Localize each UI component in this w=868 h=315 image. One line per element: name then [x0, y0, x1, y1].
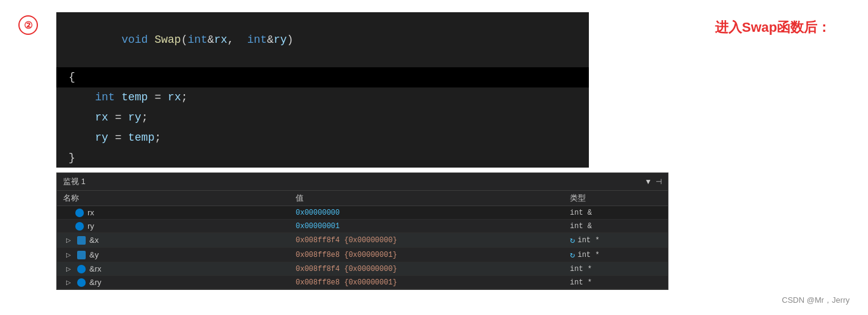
col-value: 值 [296, 193, 570, 204]
var-label: &x [89, 235, 99, 245]
var-value-ry: 0x00000001 [296, 222, 570, 231]
watch-row: ▷ &x 0x008ff8f4 {0x00000000} ↻ int * [57, 233, 668, 248]
var-name-ary: ▷ &ry [63, 278, 296, 287]
var-value-arx: 0x008ff8f4 {0x00000000} [296, 265, 570, 273]
var-name-rx: rx [63, 208, 296, 217]
watermark: CSDN @Mr，Jerry [782, 295, 850, 306]
code-editor: void Swap(int&rx, int&ry) { int temp = r… [56, 12, 589, 168]
var-name-arx: ▷ &rx [63, 264, 296, 273]
expand-arrow[interactable]: ▷ [66, 237, 73, 243]
watch-row: ▷ &ry 0x008ff8e8 {0x00000001} int * [57, 276, 668, 289]
var-type-rx: int & [570, 209, 662, 217]
var-name-ax: ▷ &x [63, 235, 296, 245]
var-label: &rx [89, 264, 102, 273]
code-line-2: { [56, 67, 589, 87]
var-icon [75, 222, 84, 231]
code-line-5: ry = temp; [56, 128, 589, 148]
var-type-ay: ↻ int * [570, 250, 662, 260]
refresh-icon: ↻ [570, 235, 575, 245]
watch-panel: 监视 1 ▼ ⊣ 名称 值 类型 rx 0x00000000 int & [56, 172, 668, 290]
watch-row: ▷ &rx 0x008ff8f4 {0x00000000} int * [57, 262, 668, 276]
var-icon [77, 278, 86, 287]
col-name: 名称 [63, 193, 296, 204]
var-value-rx: 0x00000000 [296, 209, 570, 217]
var-name-ry: ry [63, 221, 296, 231]
var-label: &ry [89, 278, 102, 287]
expand-arrow[interactable]: ▷ [66, 265, 73, 272]
var-icon [77, 236, 86, 245]
watch-header-icons: ▼ ⊣ [645, 177, 662, 186]
var-type-ax: ↻ int * [570, 235, 662, 245]
var-name-ay: ▷ &y [63, 250, 296, 259]
var-icon [75, 209, 84, 217]
var-label: ry [88, 221, 94, 231]
var-type-ary: int * [570, 278, 662, 287]
expand-arrow[interactable]: ▷ [66, 279, 73, 286]
var-label: rx [88, 208, 94, 217]
refresh-icon: ↻ [570, 250, 575, 260]
watch-columns-header: 名称 值 类型 [57, 191, 668, 206]
watch-row: rx 0x00000000 int & [57, 206, 668, 220]
var-value-ay: 0x008ff8e8 {0x00000001} [296, 251, 570, 259]
code-line-4: rx = ry; [56, 108, 589, 128]
var-value-ax: 0x008ff8f4 {0x00000000} [296, 236, 570, 245]
left-section: void Swap(int&rx, int&ry) { int temp = r… [56, 12, 697, 303]
page-title: 进入Swap函数后： [715, 18, 850, 37]
code-line-3: int temp = rx; [56, 87, 589, 108]
right-section: 进入Swap函数后： [715, 12, 850, 303]
down-icon[interactable]: ▼ [645, 177, 652, 186]
var-type-arx: int * [570, 265, 662, 273]
var-type-ry: int & [570, 222, 662, 231]
code-line-6: } [56, 148, 589, 168]
var-label: &y [89, 250, 99, 259]
watch-header: 监视 1 ▼ ⊣ [57, 173, 668, 191]
watch-row: ▷ &y 0x008ff8e8 {0x00000001} ↻ int * [57, 248, 668, 262]
pin-icon[interactable]: ⊣ [656, 177, 662, 186]
var-value-ary: 0x008ff8e8 {0x00000001} [296, 278, 570, 287]
var-icon [77, 251, 86, 259]
var-icon [77, 265, 86, 273]
col-type: 类型 [570, 193, 662, 204]
watch-row: ry 0x00000001 int & [57, 220, 668, 233]
watch-title: 监视 1 [63, 176, 86, 187]
step-number: ② [18, 15, 38, 35]
code-line-1: void Swap(int&rx, int&ry) [56, 12, 589, 67]
expand-arrow[interactable]: ▷ [66, 251, 73, 258]
